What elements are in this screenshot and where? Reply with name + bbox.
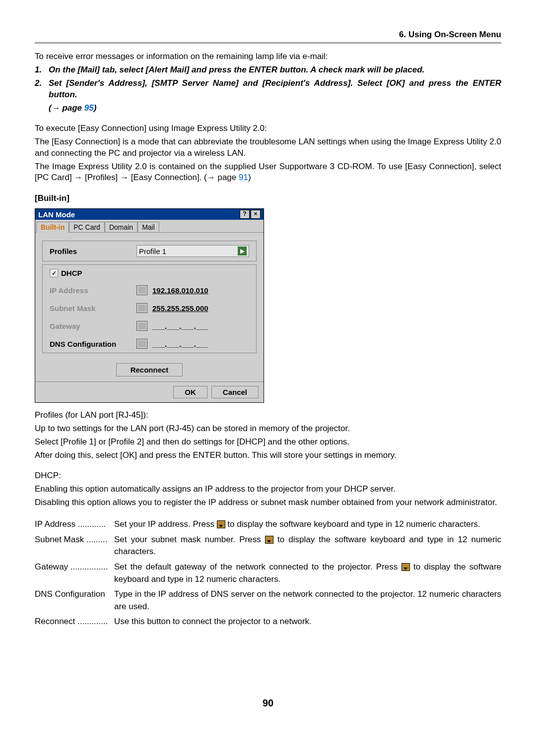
def-term-reconnect: Reconnect ............. — [35, 616, 114, 628]
dialog-body: Profiles Profile 1 ▶ ✓ DHCP IP Address 1… — [35, 233, 264, 381]
keyboard-icon[interactable] — [136, 321, 147, 331]
page-ref: (→ page 95) — [35, 103, 501, 114]
help-icon[interactable]: ? — [240, 210, 250, 219]
row-profiles: Profiles Profile 1 ▶ — [50, 241, 249, 261]
profiles-l4: After doing this, select [OK] and press … — [35, 450, 501, 461]
cancel-button[interactable]: Cancel — [211, 386, 259, 398]
keyboard-icon[interactable] — [136, 285, 147, 295]
intro-line: To receive error messages or information… — [35, 51, 501, 63]
tab-domain[interactable]: Domain — [105, 222, 137, 232]
label-profiles: Profiles — [50, 247, 136, 255]
page-ref-prefix: (→ page — [49, 103, 84, 113]
row-ip: IP Address 192.168.010.010 — [50, 281, 249, 299]
easy-l2: The [Easy Connection] is a mode that can… — [35, 136, 501, 159]
ip-value: 192.168.010.010 — [152, 286, 208, 295]
reconnect-button[interactable]: Reconnect — [116, 363, 183, 377]
easy-l3c: ) — [248, 173, 251, 182]
profiles-dropdown[interactable]: Profile 1 ▶ — [136, 245, 249, 257]
lan-mode-dialog: LAN Mode ? × Built-in PC Card Domain Mai… — [35, 208, 264, 403]
dhcp-l2: Enabling this option automatically assig… — [35, 484, 501, 495]
row-subnet: Subnet Mask 255.255.255.000 — [50, 299, 249, 317]
tab-pccard[interactable]: PC Card — [69, 222, 105, 232]
close-icon[interactable]: × — [251, 210, 261, 219]
tab-strip: Built-in PC Card Domain Mail — [35, 220, 264, 233]
def-dns: Type in the IP address of DNS server on … — [114, 588, 501, 613]
keyboard-icon[interactable] — [136, 339, 147, 349]
row-dhcp: ✓ DHCP — [50, 265, 249, 281]
profiles-l1: Profiles (for LAN port [RJ-45]): — [35, 410, 501, 421]
def-ip: Set your IP address. Press to display th… — [114, 518, 501, 531]
def-reconnect: Use this button to connect the projector… — [114, 616, 501, 628]
def-gateway: Set the default gateway of the network c… — [114, 561, 501, 585]
label-dhcp: DHCP — [61, 269, 82, 277]
dhcp-checkbox[interactable]: ✓ — [50, 269, 58, 277]
row-gateway: Gateway ___.___.___.___ — [50, 317, 249, 335]
page-ref-link[interactable]: 95 — [84, 103, 94, 113]
dropdown-icon — [265, 536, 273, 544]
gateway-value: ___.___.___.___ — [152, 322, 208, 330]
step-1-text: On the [Mail] tab, select [Alert Mail] a… — [49, 65, 424, 74]
dialog-titlebar: LAN Mode ? × — [35, 209, 264, 220]
step-1: 1.On the [Mail] tab, select [Alert Mail]… — [35, 64, 501, 76]
tab-mail[interactable]: Mail — [137, 222, 159, 232]
easy-l3a: The Image Express Utility 2.0 is contain… — [35, 162, 501, 183]
def-term-ip: IP Address ............ — [35, 518, 114, 531]
dialog-footer: OK Cancel — [35, 381, 264, 402]
dropdown-icon — [402, 563, 410, 571]
dns-value: ___.___.___.___ — [152, 340, 208, 348]
profiles-l2: Up to two settings for the LAN port (RJ-… — [35, 423, 501, 435]
definitions: IP Address ............ Set your IP addr… — [35, 518, 501, 628]
dropdown-icon — [217, 520, 225, 528]
def-term-subnet: Subnet Mask ......... — [35, 534, 114, 558]
section-header: 6. Using On-Screen Menu — [35, 30, 501, 43]
label-gateway: Gateway — [50, 322, 136, 330]
row-dns: DNS Configuration ___.___.___.___ — [50, 335, 249, 353]
chevron-right-icon[interactable]: ▶ — [238, 247, 247, 255]
def-term-gateway: Gateway ................ — [35, 561, 114, 585]
page-ref-suffix: ) — [94, 103, 97, 113]
profiles-l3: Select [Profile 1] or [Profile 2] and th… — [35, 437, 501, 448]
step-2: 2.Set [Sender's Address], [SMTP Server N… — [35, 78, 501, 101]
easy-l3: The Image Express Utility 2.0 is contain… — [35, 161, 501, 184]
easy-l1: To execute [Easy Connection] using Image… — [35, 123, 501, 134]
step-2-text: Set [Sender's Address], [SMTP Server Nam… — [49, 78, 501, 99]
label-dns: DNS Configuration — [50, 340, 136, 348]
label-ip: IP Address — [50, 286, 136, 295]
reconnect-row: Reconnect — [42, 356, 257, 378]
keyboard-icon[interactable] — [136, 303, 147, 313]
dhcp-l1: DHCP: — [35, 470, 501, 482]
builtin-heading: [Built-in] — [35, 193, 501, 203]
ok-button[interactable]: OK — [173, 386, 207, 398]
subnet-value: 255.255.255.000 — [152, 304, 208, 313]
page-link-91[interactable]: 91 — [239, 173, 248, 182]
def-subnet: Set your subnet mask number. Press to di… — [114, 534, 501, 558]
tab-builtin[interactable]: Built-in — [36, 222, 69, 233]
label-subnet: Subnet Mask — [50, 304, 136, 313]
dialog-title: LAN Mode — [38, 210, 75, 219]
page-number: 90 — [35, 697, 501, 709]
profile-value: Profile 1 — [139, 247, 166, 255]
def-term-dns: DNS Configuration — [35, 588, 114, 613]
dhcp-l3: Disabling this option allows you to regi… — [35, 497, 501, 508]
